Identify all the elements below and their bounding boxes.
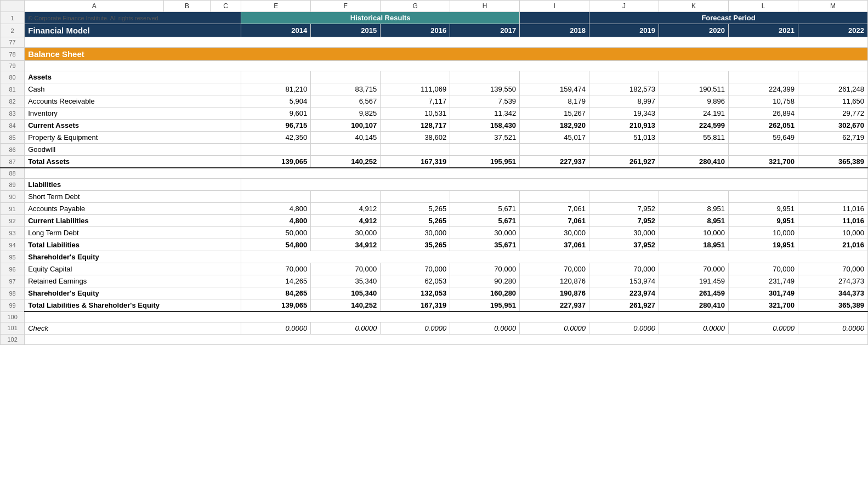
tl-label: Total Liabilities xyxy=(25,239,241,251)
rownum-84: 84 xyxy=(1,120,25,132)
liab-spacer xyxy=(241,179,868,191)
std-label: Short Term Debt xyxy=(25,191,241,203)
chk-2020: 0.0000 xyxy=(659,322,729,334)
ta-2018: 227,937 xyxy=(520,156,589,168)
rownum-92: 92 xyxy=(1,215,25,227)
rownum-102: 102 xyxy=(1,334,25,344)
ca-2021: 262,051 xyxy=(729,120,798,132)
tlse-2016: 167,319 xyxy=(381,299,450,312)
rownum-99: 99 xyxy=(1,299,25,312)
cl-2019: 7,952 xyxy=(589,215,659,227)
r80-j xyxy=(589,71,659,83)
spacer-88 xyxy=(25,168,868,179)
ppe-label: Property & Equipment xyxy=(25,132,241,144)
header-spacer-i xyxy=(520,12,589,24)
year-2021: 2021 xyxy=(729,24,798,37)
liabilities-label: Liabilities xyxy=(25,179,241,191)
cash-label: Cash xyxy=(25,83,241,95)
rownum-94: 94 xyxy=(1,239,25,251)
re-2015: 35,340 xyxy=(311,275,381,287)
col-h: H xyxy=(450,1,520,12)
year-2016: 2016 xyxy=(381,24,450,37)
se-2018: 190,876 xyxy=(520,287,589,299)
ltd-2015: 30,000 xyxy=(311,227,381,239)
cl-2016: 5,265 xyxy=(381,215,450,227)
rownum-77: 77 xyxy=(1,37,25,48)
row-77: 77 xyxy=(1,37,868,48)
ap-2022: 11,016 xyxy=(798,203,867,215)
std-2017 xyxy=(450,191,520,203)
tl-2022: 21,016 xyxy=(798,239,867,251)
cash-2021: 224,399 xyxy=(729,83,798,95)
corner-cell xyxy=(1,1,25,12)
re-2017: 90,280 xyxy=(450,275,520,287)
row-91: 91 Accounts Payable 4,800 4,912 5,265 5,… xyxy=(1,203,868,215)
ec-2015: 70,000 xyxy=(311,263,381,275)
ta-2016: 167,319 xyxy=(381,156,450,168)
rownum-91: 91 xyxy=(1,203,25,215)
cash-2017: 139,550 xyxy=(450,83,520,95)
r80-g xyxy=(381,71,450,83)
rownum-90: 90 xyxy=(1,191,25,203)
check-label: Check xyxy=(25,322,241,334)
ca-2015: 100,107 xyxy=(311,120,381,132)
cash-2019: 182,573 xyxy=(589,83,659,95)
year-2015: 2015 xyxy=(311,24,381,37)
cash-2022: 261,248 xyxy=(798,83,867,95)
row-100: 100 xyxy=(1,312,868,322)
ec-2022: 70,000 xyxy=(798,263,867,275)
rownum-79: 79 xyxy=(1,61,25,71)
se-label: Shareholder's Equity xyxy=(25,287,241,299)
row-89: 89 Liabilities xyxy=(1,179,868,191)
chk-2017: 0.0000 xyxy=(450,322,520,334)
ca-2019: 210,913 xyxy=(589,120,659,132)
spacer-100 xyxy=(25,312,868,322)
re-2021: 231,749 xyxy=(729,275,798,287)
gw-2015 xyxy=(311,144,381,156)
ca-2018: 182,920 xyxy=(520,120,589,132)
ppe-2016: 38,602 xyxy=(381,132,450,144)
r80-i xyxy=(520,71,589,83)
cl-2018: 7,061 xyxy=(520,215,589,227)
cash-2015: 83,715 xyxy=(311,83,381,95)
r80-f xyxy=(311,71,381,83)
historical-header: Historical Results xyxy=(241,12,520,24)
std-2014 xyxy=(241,191,311,203)
col-j: J xyxy=(589,1,659,12)
ltd-2014: 50,000 xyxy=(241,227,311,239)
rownum-1: 1 xyxy=(1,12,25,24)
cl-label: Current Liabilities xyxy=(25,215,241,227)
row-92: 92 Current Liabilities 4,800 4,912 5,265… xyxy=(1,215,868,227)
rownum-78: 78 xyxy=(1,48,25,61)
ca-2014: 96,715 xyxy=(241,120,311,132)
ap-2016: 5,265 xyxy=(381,203,450,215)
chk-2019: 0.0000 xyxy=(589,322,659,334)
ta-2019: 261,927 xyxy=(589,156,659,168)
tl-2018: 37,061 xyxy=(520,239,589,251)
tlse-label: Total Liabilities & Shareholder's Equity xyxy=(25,299,241,312)
cl-2015: 4,912 xyxy=(311,215,381,227)
gw-2019 xyxy=(589,144,659,156)
rownum-85: 85 xyxy=(1,132,25,144)
row-101: 101 Check 0.0000 0.0000 0.0000 0.0000 0.… xyxy=(1,322,868,334)
re-2022: 274,373 xyxy=(798,275,867,287)
model-title: Financial Model xyxy=(25,24,241,37)
tlse-2014: 139,065 xyxy=(241,299,311,312)
row-88: 88 xyxy=(1,168,868,179)
ap-2018: 7,061 xyxy=(520,203,589,215)
inv-2021: 26,894 xyxy=(729,107,798,120)
col-e: E xyxy=(241,1,311,12)
ec-label: Equity Capital xyxy=(25,263,241,275)
row-84: 84 Current Assets 96,715 100,107 128,717… xyxy=(1,120,868,132)
cash-2014: 81,210 xyxy=(241,83,311,95)
col-m: M xyxy=(798,1,867,12)
re-label: Retained Earnings xyxy=(25,275,241,287)
col-k: K xyxy=(659,1,729,12)
std-2022 xyxy=(798,191,867,203)
ppe-2017: 37,521 xyxy=(450,132,520,144)
row-93: 93 Long Term Debt 50,000 30,000 30,000 3… xyxy=(1,227,868,239)
col-c: C xyxy=(210,1,241,12)
row-90: 90 Short Term Debt xyxy=(1,191,868,203)
year-2014: 2014 xyxy=(241,24,311,37)
row-98: 98 Shareholder's Equity 84,265 105,340 1… xyxy=(1,287,868,299)
